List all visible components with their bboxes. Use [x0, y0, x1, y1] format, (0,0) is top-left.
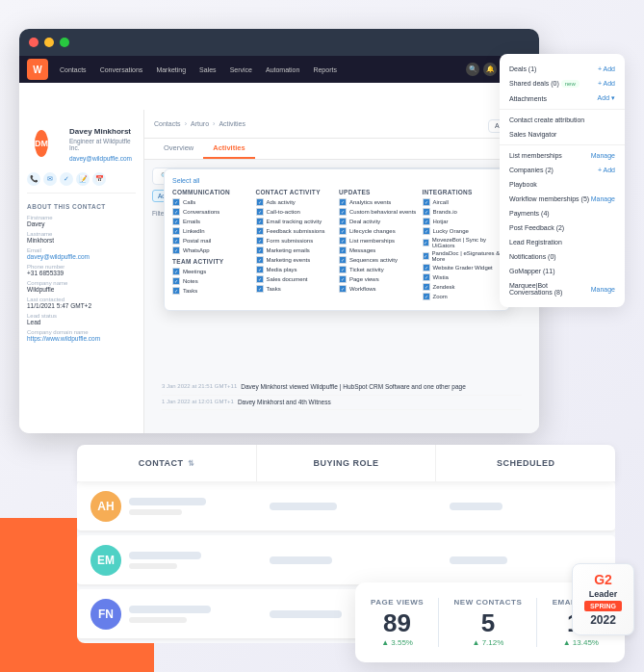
nav-contacts[interactable]: Contacts: [56, 65, 90, 75]
stat-new-contacts-label: NEW CONTACTS: [454, 598, 523, 607]
dd-media-plays[interactable]: ✓Media plays: [256, 266, 336, 273]
window-minimize-dot[interactable]: [44, 38, 54, 47]
rp-lead-reg[interactable]: Lead Registration: [500, 235, 625, 249]
dd-conversations[interactable]: ✓Conversations: [172, 208, 252, 216]
dd-page-views[interactable]: ✓Sales document: [256, 275, 336, 283]
dd-list-memberships[interactable]: ✓List memberships: [339, 237, 419, 245]
dd-ads[interactable]: ✓Ads activity: [256, 198, 336, 206]
nav-reports[interactable]: Reports: [309, 65, 341, 75]
window-maximize-dot[interactable]: [60, 38, 69, 47]
select-all-label[interactable]: Select all: [172, 177, 502, 184]
rp-workflow[interactable]: Workflow memberships (5) Manage: [500, 192, 625, 206]
dd-sequences[interactable]: ✓Sequences activity: [339, 256, 419, 264]
dd-zendesk[interactable]: ✓Zendesk: [423, 283, 502, 291]
dd-analytics[interactable]: ✓Analytics events: [339, 198, 419, 206]
dd-feedback[interactable]: ✓Feedback submissions: [256, 227, 336, 235]
note-action-icon[interactable]: 📝: [76, 172, 90, 186]
nav-sales[interactable]: Sales: [195, 65, 220, 75]
rp-companies[interactable]: Companies (2) + Add: [500, 163, 625, 177]
search-icon[interactable]: 🔍: [466, 63, 479, 76]
rp-marqueebot[interactable]: Marquee|Bot Conversations (8) Manage: [500, 278, 625, 299]
dd-cta[interactable]: ✓Call-to-action: [256, 208, 336, 216]
dd-page-views-u[interactable]: ✓Page views: [339, 275, 419, 283]
dd-wistia[interactable]: ✓Wistia: [423, 273, 502, 281]
dd-aircall[interactable]: ✓Aircall: [423, 198, 502, 206]
dd-deal-activity[interactable]: ✓Deal activity: [339, 218, 419, 225]
task-action-icon[interactable]: ✓: [60, 172, 73, 186]
role-bar-3: [270, 610, 342, 618]
dd-lucky-orange[interactable]: ✓Lucky Orange: [423, 227, 502, 235]
dd-pandadoc[interactable]: ✓PandaDoc | eSignatures & More: [423, 250, 502, 262]
dd-marketing-events[interactable]: ✓Marketing events: [256, 256, 336, 264]
dd-notes[interactable]: ✓Notes: [172, 277, 252, 285]
dd-tasks[interactable]: ✓Tasks: [172, 287, 252, 295]
sidebar-contact-name: Davey Minkhorst: [62, 121, 140, 138]
dd-brands[interactable]: ✓Brands.io: [423, 208, 502, 216]
rp-list-manage[interactable]: Manage: [591, 152, 615, 159]
dd-form-submissions[interactable]: ✓Form submissions: [256, 237, 336, 245]
rp-gomapper[interactable]: GoMapper (11): [500, 264, 625, 278]
breadcrumb-contacts[interactable]: Contacts: [154, 120, 181, 127]
dd-emails[interactable]: ✓Emails: [172, 218, 252, 225]
main-header: Contacts › Arturo › Activities Actions ▾: [144, 110, 539, 139]
rp-contact-create[interactable]: Contact create attribution: [500, 113, 625, 127]
dd-moveze[interactable]: ✓MovezeBot | Sync by UiGators: [423, 237, 502, 248]
window-close-dot[interactable]: [29, 38, 39, 47]
rp-companies-add[interactable]: + Add: [598, 167, 615, 173]
rp-attachments-add[interactable]: Add ▾: [598, 94, 615, 102]
rp-sales-navigator[interactable]: Sales Navigator: [500, 127, 625, 142]
rp-shared-deals[interactable]: Shared deals (0) new + Add: [500, 76, 625, 90]
tab-overview[interactable]: Overview: [154, 139, 203, 159]
meet-action-icon[interactable]: 📅: [92, 172, 106, 186]
rp-notifications[interactable]: Notifications (0): [500, 249, 625, 264]
rp-feedback[interactable]: Post Feedback (2): [500, 220, 625, 235]
dd-whatsapp[interactable]: ✓WhatsApp: [172, 246, 252, 254]
rp-payments[interactable]: Payments (4): [500, 206, 625, 220]
dd-calls[interactable]: ✓Calls: [172, 198, 252, 206]
breadcrumb-arturo[interactable]: Arturo: [191, 120, 209, 127]
rp-playbook[interactable]: Playbook: [500, 177, 625, 192]
sidebar-contact-email[interactable]: davey@wildpuffle.com: [62, 155, 140, 166]
g2-logo: G2: [594, 572, 612, 587]
dd-marketing-emails[interactable]: ✓Marketing emails: [256, 246, 336, 254]
tab-activities[interactable]: Activities: [203, 139, 254, 159]
sched-cell-1: [436, 481, 615, 530]
dd-linkedin[interactable]: ✓LinkedIn: [172, 227, 252, 235]
rp-attachments[interactable]: Attachments Add ▾: [500, 90, 625, 106]
dd-lifecycle[interactable]: ✓Lifecycle changes: [339, 227, 419, 235]
dd-zoom[interactable]: ✓Zoom: [423, 293, 502, 300]
rp-workflow-manage[interactable]: Manage: [591, 195, 615, 202]
dd-website-grader[interactable]: ✓Website Grader Widget: [423, 264, 502, 271]
email-action-icon[interactable]: ✉: [43, 172, 57, 186]
breadcrumb: Contacts › Arturo › Activities: [154, 120, 245, 127]
dd-meetings[interactable]: ✓Meetings: [172, 268, 252, 275]
dd-workflows[interactable]: ✓Workflows: [339, 285, 419, 293]
nav-marketing[interactable]: Marketing: [152, 65, 190, 75]
field-firstname: Firstname Davey: [19, 213, 143, 229]
call-action-icon[interactable]: 📞: [27, 172, 40, 186]
nav-service[interactable]: Service: [226, 65, 256, 75]
sched-bar-2: [450, 556, 507, 564]
role-bar-1: [270, 503, 337, 510]
dd-postal[interactable]: ✓Postal mail: [172, 237, 252, 245]
nav-conversations[interactable]: Conversations: [96, 65, 147, 75]
nav-automation[interactable]: Automation: [262, 65, 303, 75]
rp-shared-deals-add[interactable]: + Add: [598, 80, 615, 87]
dd-ticket[interactable]: ✓Ticket activity: [339, 266, 419, 273]
sort-icon-contact[interactable]: ⇅: [188, 459, 195, 468]
dd-custom-behavioral[interactable]: ✓Custom behavioral events: [339, 208, 419, 216]
rp-marqueebot-manage[interactable]: Manage: [591, 286, 615, 293]
field-lastname: Lastname Minkhorst: [19, 229, 143, 246]
rp-deals[interactable]: Deals (1) + Add: [500, 62, 625, 76]
stat-page-views-label: PAGE VIEWS: [371, 598, 424, 607]
g2-badge: G2 Leader SPRING 2022: [572, 563, 634, 635]
dd-hotjar[interactable]: ✓Hotjar: [423, 218, 502, 225]
rp-list-memberships[interactable]: List memberships Manage: [500, 148, 625, 163]
notification-icon[interactable]: 🔔: [483, 63, 497, 76]
dd-messages[interactable]: ✓Messages: [339, 246, 419, 254]
rp-deals-add[interactable]: + Add: [598, 65, 615, 72]
dropdown-col-contact-activity: CONTACT ACTIVITY ✓Ads activity ✓Call-to-…: [256, 189, 336, 302]
dd-roles[interactable]: ✓Tasks: [256, 285, 336, 293]
dd-email-tracking[interactable]: ✓Email tracking activity: [256, 218, 336, 225]
dropdown-col-communication: COMMUNICATION ✓Calls ✓Conversations ✓Ema…: [172, 189, 252, 302]
